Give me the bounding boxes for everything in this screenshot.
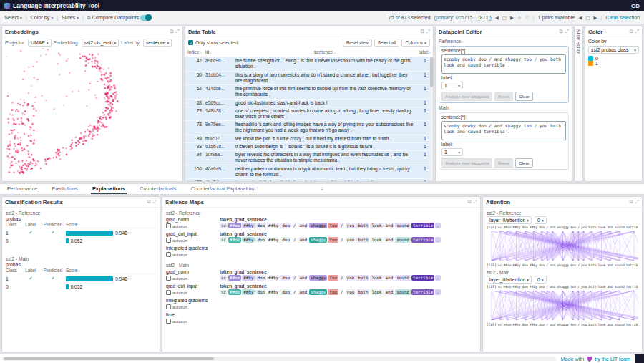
salience-token[interactable]: ##oo (228, 275, 241, 281)
salience-token[interactable]: ##by (267, 223, 280, 228)
attention-token[interactable]: doo (539, 285, 545, 289)
salience-token[interactable]: doo (255, 275, 266, 281)
salience-token[interactable]: sc (220, 289, 228, 295)
attention-token[interactable]: terrible (626, 263, 638, 267)
column-header-sentence[interactable]: sentence⌕ (233, 49, 417, 56)
attention-token[interactable]: look (597, 263, 605, 267)
attention-token[interactable]: and (608, 263, 613, 267)
salience-token[interactable]: sound (395, 237, 411, 243)
salience-token[interactable]: ##oo (228, 289, 241, 295)
attention-token[interactable]: / (546, 323, 548, 326)
maximize-icon[interactable]: ⤢ (473, 199, 477, 205)
color-by-select[interactable]: sst2 probas class▾ (588, 46, 639, 54)
attention-token[interactable]: [CLS] (487, 226, 497, 229)
attention-token[interactable]: and (608, 285, 613, 289)
attention-token[interactable]: doo (539, 226, 545, 229)
attention-token[interactable]: / (546, 285, 548, 289)
autorun-checkbox[interactable]: autorun (166, 223, 216, 228)
popout-icon[interactable]: ⧉ (170, 29, 173, 34)
salience-token[interactable]: you (346, 275, 356, 281)
table-row[interactable]: 73148b38...one of creepiest , scariest m… (185, 107, 433, 121)
salience-token[interactable]: look (370, 275, 383, 281)
salience-token[interactable]: look (370, 237, 383, 243)
attention-token[interactable]: you (581, 263, 587, 267)
autorun-checkbox[interactable]: autorun (166, 304, 216, 309)
tab-performance[interactable]: Performance (6, 184, 39, 194)
attention-token[interactable]: ##by (512, 323, 520, 326)
salience-token[interactable]: shaggy (309, 237, 327, 243)
salience-token[interactable]: doo (280, 223, 291, 228)
tab-counterfactual-explanation[interactable]: Counterfactual Explanation (190, 184, 256, 194)
attention-token[interactable]: / (577, 263, 580, 267)
random-datapoint-icon[interactable]: ▢ (502, 15, 507, 21)
attention-token[interactable]: too (570, 263, 576, 267)
random-pair-icon[interactable]: ▢ (585, 15, 590, 21)
attention-token[interactable]: ##by (530, 323, 537, 326)
attention-token[interactable]: doo (522, 323, 528, 326)
salience-token[interactable]: . (435, 275, 441, 281)
reset-view-button[interactable]: Reset view (343, 39, 372, 47)
salience-token[interactable]: / (292, 275, 298, 281)
attention-token[interactable]: sc (498, 263, 502, 267)
user-avatar[interactable]: GD (631, 3, 640, 9)
vertical-scrollbar[interactable] (430, 57, 433, 181)
sentence-input[interactable]: scooby dooby doo / and shaggy too / you … (441, 54, 566, 74)
attention-token[interactable]: look (597, 226, 605, 229)
attention-token[interactable]: ##oo (503, 323, 511, 326)
attention-token[interactable]: doo (522, 263, 528, 267)
attention-token[interactable]: shaggy (557, 263, 569, 267)
attention-token[interactable]: too (570, 226, 576, 229)
maximize-icon[interactable]: ⤢ (426, 29, 430, 34)
salience-token[interactable]: / (339, 237, 345, 243)
salience-token[interactable]: you (346, 237, 356, 243)
tab-explanations[interactable]: Explanations (91, 184, 127, 194)
salience-token[interactable]: sound (395, 289, 411, 295)
maximize-icon[interactable]: ⤢ (635, 199, 639, 205)
attention-token[interactable]: ##oo (503, 285, 511, 289)
popout-icon[interactable]: ⧉ (559, 29, 562, 34)
clear-button[interactable]: Clear (515, 158, 533, 168)
salience-token[interactable]: . (435, 289, 441, 295)
attention-token[interactable]: doo (522, 226, 528, 229)
salience-token[interactable]: sc (220, 237, 228, 243)
salience-token[interactable]: ##by (267, 237, 280, 243)
salience-token[interactable]: doo (255, 237, 266, 243)
tab-counterfactuals[interactable]: Counterfactuals (138, 184, 178, 194)
salience-token[interactable]: terrible (411, 237, 434, 243)
reset-button[interactable]: Reset (494, 92, 513, 101)
attention-token[interactable]: too (570, 285, 576, 289)
analyze-button[interactable]: Analyze new datapoint (441, 92, 492, 101)
salience-token[interactable]: too (328, 275, 338, 281)
analyze-button[interactable]: Analyze new datapoint (441, 158, 492, 168)
attention-token[interactable]: sc (498, 323, 502, 326)
clear-selection-button[interactable]: Clear selection (605, 14, 640, 21)
attention-token[interactable]: both (588, 323, 596, 326)
column-header-id[interactable]: id⌕ (204, 49, 233, 56)
popout-icon[interactable]: ⧉ (629, 199, 633, 205)
salience-token[interactable]: and (298, 275, 308, 281)
reset-button[interactable]: Reset (494, 158, 513, 168)
attention-token[interactable]: ##by (512, 285, 520, 289)
salience-token[interactable]: too (328, 223, 338, 228)
salience-token[interactable]: and (384, 289, 395, 295)
only-show-selected-checkbox[interactable]: Only show selected (188, 40, 238, 45)
attention-token[interactable]: look (597, 323, 605, 326)
salience-token[interactable]: and (384, 275, 395, 281)
attention-token[interactable]: both (588, 226, 596, 229)
horizontal-scrollbar[interactable] (2, 357, 556, 361)
attention-token[interactable]: doo (522, 285, 528, 289)
salience-token[interactable]: / (292, 223, 298, 228)
popout-icon[interactable]: ⧉ (629, 29, 633, 34)
clear-button[interactable]: Clear (515, 92, 533, 101)
popout-icon[interactable]: ⧉ (147, 199, 150, 205)
autorun-checkbox[interactable]: autorun (166, 252, 216, 257)
salience-token[interactable]: ##by (267, 289, 280, 295)
attention-token[interactable]: look (597, 285, 605, 289)
salience-token[interactable]: and (384, 223, 395, 228)
attention-token[interactable]: sound (615, 226, 625, 229)
attention-token[interactable]: / (546, 263, 548, 267)
salience-token[interactable]: ##oo (228, 237, 241, 243)
salience-token[interactable]: and (298, 289, 308, 295)
salience-token[interactable]: sc (220, 223, 228, 228)
attention-token[interactable]: both (588, 263, 596, 267)
